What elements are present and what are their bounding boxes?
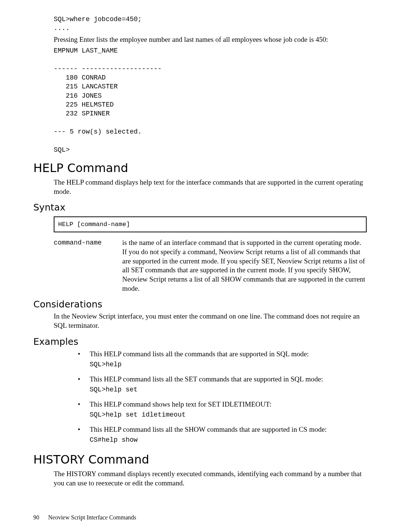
definition-row: command-name is the name of an interface… [54,238,367,293]
heading-history-command: HISTORY Command [33,452,367,467]
list-item: This HELP command lists all the commands… [74,349,367,369]
examples-list: This HELP command lists all the commands… [74,349,367,445]
example-text: This HELP command lists all the SHOW com… [90,425,327,433]
code-block-where: SQL>where jobcode=450; .... [54,15,367,33]
list-item: This HELP command shows help text for SE… [74,400,367,420]
paragraph-history-intro: The HISTORY command displays recently ex… [54,469,367,488]
heading-considerations: Considerations [33,299,367,310]
list-item: This HELP command lists all the SHOW com… [74,425,367,445]
example-code: SQL>help set idletimeout [90,410,367,419]
definition-description: is the name of an interface command that… [122,238,367,293]
definition-term: command-name [54,238,122,293]
heading-examples: Examples [33,336,367,347]
paragraph-help-intro: The HELP command displays help text for … [54,178,367,196]
page-footer: 90 Neoview Script Interface Commands [33,514,136,521]
footer-title: Neoview Script Interface Commands [48,514,136,521]
example-code: SQL>help set [90,385,367,394]
example-text: This HELP command lists all the SET comm… [90,375,323,383]
code-block-output: EMPNUM LAST_NAME ------ ----------------… [54,46,367,154]
example-code: CS#help show [90,435,367,444]
syntax-box-help: HELP [command-name] [54,216,367,232]
paragraph-press-enter: Pressing Enter lists the employee number… [54,35,367,44]
example-text: This HELP command shows help text for SE… [90,400,271,408]
list-item: This HELP command lists all the SET comm… [74,374,367,394]
example-code: SQL>help [90,360,367,369]
heading-syntax: Syntax [33,202,367,213]
example-text: This HELP command lists all the commands… [90,350,309,358]
page-number: 90 [33,514,39,521]
heading-help-command: HELP Command [33,161,367,175]
paragraph-considerations: In the Neoview Script interface, you mus… [54,312,367,330]
